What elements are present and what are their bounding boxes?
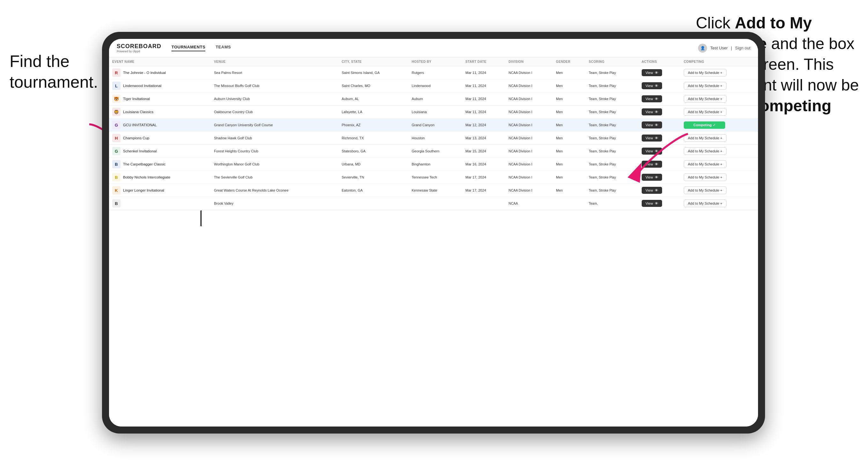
hosted-by-cell: Grand Canyon — [408, 119, 462, 132]
competing-cell: Add to My Schedule + — [681, 105, 758, 119]
scoring-cell: Team, Stroke Play — [586, 92, 639, 105]
col-scoring: SCORING — [586, 57, 639, 66]
view-button[interactable]: View 👁 — [642, 69, 662, 76]
logo-area: SCOREBOARD Powered by clippd — [117, 43, 161, 53]
hosted-by-cell: Houston — [408, 132, 462, 145]
table-row: B Brook ValleyNCAATeam,View 👁Add to My S… — [109, 197, 758, 210]
division-cell: NCAA Division I — [505, 184, 553, 197]
gender-cell: Men — [553, 66, 586, 80]
eye-icon: 👁 — [655, 201, 658, 205]
city-state-cell: Saint Simons Island, GA — [339, 66, 409, 80]
eye-icon: 👁 — [655, 84, 658, 88]
division-cell: NCAA Division I — [505, 80, 553, 92]
event-name-text: The Carpetbagger Classic — [123, 162, 166, 166]
gender-cell: Men — [553, 105, 586, 119]
hosted-by-cell: Tennessee Tech — [408, 171, 462, 184]
venue-cell: Worthington Manor Golf Club — [211, 158, 338, 171]
eye-icon: 👁 — [655, 123, 658, 127]
start-date-cell: Mar 16, 2024 — [462, 158, 505, 171]
city-state-cell: Auburn, AL — [339, 92, 409, 105]
event-name-cell: K Linger Longer Invitational — [109, 184, 211, 197]
col-venue: VENUE — [211, 57, 338, 66]
event-name-text: Linger Longer Invitational — [123, 188, 164, 192]
competing-cell: Add to My Schedule + — [681, 92, 758, 105]
actions-cell: View 👁 — [639, 66, 681, 80]
school-logo: K — [112, 186, 121, 194]
city-state-cell — [339, 197, 409, 210]
city-state-cell: Urbana, MD — [339, 158, 409, 171]
event-name-cell: G Schenkel Invitational — [109, 145, 211, 158]
hosted-by-cell: Rutgers — [408, 66, 462, 80]
venue-cell: Great Waters Course At Reynolds Lake Oco… — [211, 184, 338, 197]
add-to-schedule-button[interactable]: Add to My Schedule + — [684, 69, 726, 76]
event-name-text: Bobby Nichols Intercollegiate — [123, 175, 170, 179]
user-area: 👤 Test User | Sign out — [698, 44, 750, 53]
sign-out-link[interactable]: Sign out — [735, 45, 750, 50]
city-state-cell: Statesboro, GA — [339, 145, 409, 158]
logo-text: SCOREBOARD — [117, 43, 161, 50]
start-date-cell: Mar 13, 2024 — [462, 132, 505, 145]
competing-cell: Add to My Schedule + — [681, 197, 758, 210]
competing-cell: Add to My Schedule + — [681, 80, 758, 92]
gender-cell: Men — [553, 145, 586, 158]
divider: | — [731, 45, 732, 50]
event-name-cell: 🐯 Tiger Invitational — [109, 92, 211, 105]
add-to-schedule-button[interactable]: Add to My Schedule + — [684, 95, 726, 103]
start-date-cell: Mar 11, 2024 — [462, 80, 505, 92]
school-logo: G — [112, 121, 121, 129]
view-button[interactable]: View 👁 — [642, 82, 662, 89]
view-button[interactable]: View 👁 — [642, 200, 662, 207]
col-start-date: START DATE — [462, 57, 505, 66]
table-row: R The Johnnie - O Individual Sea Palms R… — [109, 66, 758, 80]
table-row: 🐯 Tiger Invitational Auburn University C… — [109, 92, 758, 105]
gender-cell: Men — [553, 158, 586, 171]
tablet-side-button — [200, 210, 202, 226]
venue-cell: Forest Heights Country Club — [211, 145, 338, 158]
school-logo: B — [112, 160, 121, 168]
city-state-cell: Lafayette, LA — [339, 105, 409, 119]
division-cell: NCAA Division I — [505, 171, 553, 184]
event-name-cell: B — [109, 197, 211, 210]
user-name: Test User — [710, 45, 728, 50]
logo-subtext: Powered by clippd — [117, 50, 161, 53]
actions-cell: View 👁 — [639, 105, 681, 119]
top-bar: SCOREBOARD Powered by clippd TOURNAMENTS… — [109, 39, 758, 57]
tab-teams[interactable]: TEAMS — [216, 44, 231, 51]
start-date-cell: Mar 17, 2024 — [462, 184, 505, 197]
table-header-row: EVENT NAME VENUE CITY, STATE HOSTED BY S… — [109, 57, 758, 66]
start-date-cell: Mar 11, 2024 — [462, 105, 505, 119]
division-cell: NCAA — [505, 197, 553, 210]
start-date-cell: Mar 11, 2024 — [462, 92, 505, 105]
scoring-cell: Team, Stroke Play — [586, 105, 639, 119]
division-cell: NCAA Division I — [505, 158, 553, 171]
school-logo: H — [112, 134, 121, 142]
actions-cell: View 👁 — [639, 92, 681, 105]
col-city-state: CITY, STATE — [339, 57, 409, 66]
division-cell: NCAA Division I — [505, 132, 553, 145]
actions-cell: View 👁 — [639, 197, 681, 210]
scoring-cell: Team, Stroke Play — [586, 66, 639, 80]
city-state-cell: Sevierville, TN — [339, 171, 409, 184]
gender-cell: Men — [553, 171, 586, 184]
tab-tournaments[interactable]: TOURNAMENTS — [172, 44, 205, 51]
venue-cell: The Missouri Bluffs Golf Club — [211, 80, 338, 92]
add-to-schedule-button[interactable]: Add to My Schedule + — [684, 199, 726, 207]
start-date-cell: Mar 11, 2024 — [462, 66, 505, 80]
event-name-text: The Johnnie - O Individual — [123, 71, 166, 74]
venue-cell: Shadow Hawk Golf Club — [211, 132, 338, 145]
view-button[interactable]: View 👁 — [642, 108, 662, 115]
eye-icon: 👁 — [655, 97, 658, 101]
venue-cell: The Sevierville Golf Club — [211, 171, 338, 184]
nav-tabs: TOURNAMENTS TEAMS — [172, 44, 231, 51]
col-gender: GENDER — [553, 57, 586, 66]
add-to-schedule-button[interactable]: Add to My Schedule + — [684, 82, 726, 90]
view-button[interactable]: View 👁 — [642, 95, 662, 102]
venue-cell: Grand Canyon University Golf Course — [211, 119, 338, 132]
hosted-by-cell — [408, 197, 462, 210]
school-logo: R — [112, 68, 121, 77]
col-actions: ACTIONS — [639, 57, 681, 66]
event-name-cell: R The Johnnie - O Individual — [109, 66, 211, 80]
event-name-text: Champions Cup — [123, 136, 149, 140]
division-cell: NCAA Division I — [505, 66, 553, 80]
add-to-schedule-button[interactable]: Add to My Schedule + — [684, 108, 726, 116]
